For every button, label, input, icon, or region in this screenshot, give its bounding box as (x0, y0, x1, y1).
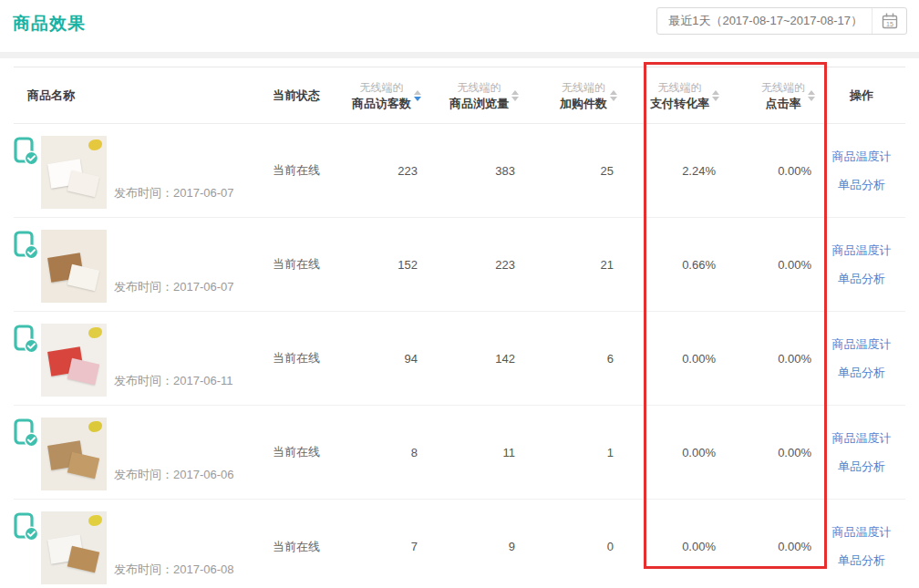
table-row: 发布时间：2017-06-07 当前在线 152 223 21 0.66% 0.… (14, 218, 905, 312)
actions-cell: 商品温度计 单品分析 (818, 124, 905, 217)
product-thermometer-link[interactable]: 商品温度计 (832, 149, 892, 165)
table-row: 发布时间：2017-06-06 当前在线 8 11 1 0.00% 0.00% … (14, 406, 905, 500)
cart-adds-cell: 0 (521, 500, 620, 588)
status-cell: 当前在线 (264, 124, 328, 217)
publish-time: 发布时间：2017-06-08 (114, 562, 234, 578)
column-header-cart-adds[interactable]: 无线端的 加购件数 (521, 80, 620, 111)
table-row: 发布时间：2017-06-07 当前在线 223 383 25 2.24% 0.… (14, 124, 905, 218)
product-image[interactable] (41, 511, 107, 584)
calendar-icon[interactable]: 15 (872, 8, 899, 34)
status-cell: 当前在线 (264, 312, 328, 405)
section-divider (0, 52, 919, 58)
product-thermometer-link[interactable]: 商品温度计 (832, 336, 892, 353)
product-cell: 发布时间：2017-06-07 (14, 124, 264, 217)
product-image[interactable] (41, 230, 107, 303)
product-cell: 发布时间：2017-06-11 (14, 312, 264, 405)
single-item-analysis-link[interactable]: 单品分析 (838, 459, 885, 475)
click-rate-cell: 0.00% (722, 500, 818, 588)
publish-time: 发布时间：2017-06-11 (114, 373, 233, 389)
flower-decoration (88, 421, 102, 432)
visitors-cell: 152 (328, 218, 424, 311)
single-item-analysis-link[interactable]: 单品分析 (838, 552, 885, 569)
pageviews-cell: 11 (424, 406, 521, 499)
product-effect-table: 商品名称 当前状态 无线端的 商品访客数 无线端的 商品浏览量 无线端的 加购件… (14, 67, 905, 588)
visitors-cell: 8 (328, 406, 424, 499)
status-cell: 当前在线 (264, 218, 328, 311)
pay-conversion-cell: 0.66% (620, 218, 722, 311)
product-image[interactable] (41, 418, 107, 490)
product-box-shape (67, 264, 99, 291)
actions-cell: 商品温度计 单品分析 (818, 406, 905, 499)
click-rate-cell: 0.00% (722, 406, 818, 499)
product-thermometer-link[interactable]: 商品温度计 (832, 430, 892, 447)
pageviews-cell: 142 (424, 312, 521, 405)
click-rate-cell: 0.00% (722, 124, 818, 217)
column-header-product-name: 商品名称 (14, 88, 264, 104)
visitors-cell: 223 (328, 124, 424, 217)
click-rate-cell: 0.00% (722, 218, 818, 311)
click-rate-cell: 0.00% (722, 312, 818, 405)
product-box-shape (67, 358, 99, 385)
product-thermometer-link[interactable]: 商品温度计 (832, 524, 892, 541)
visitors-cell: 94 (328, 312, 424, 405)
single-item-analysis-link[interactable]: 单品分析 (838, 177, 885, 193)
pageviews-cell: 383 (424, 124, 521, 217)
table-row: 发布时间：2017-06-08 当前在线 7 9 0 0.00% 0.00% 商… (14, 500, 905, 588)
cart-adds-cell: 1 (521, 406, 620, 499)
pay-conversion-cell: 0.00% (620, 500, 722, 588)
status-cell: 当前在线 (264, 500, 328, 588)
single-item-analysis-link[interactable]: 单品分析 (838, 365, 885, 381)
page-title: 商品效果 (13, 12, 86, 36)
sort-icon[interactable] (511, 90, 519, 101)
flower-decoration (88, 139, 102, 150)
mobile-online-icon (14, 137, 38, 217)
column-header-click-rate[interactable]: 无线端的 点击率 (722, 80, 818, 111)
pay-conversion-cell: 0.00% (620, 406, 722, 499)
product-box-shape (67, 546, 99, 573)
mobile-online-icon (14, 231, 38, 311)
sort-icon[interactable] (610, 90, 617, 101)
status-cell: 当前在线 (264, 406, 328, 499)
visitors-cell: 7 (328, 500, 424, 588)
column-header-actions: 操作 (818, 88, 905, 104)
publish-date: 2017-06-07 (173, 186, 234, 200)
mobile-online-icon (14, 325, 38, 405)
actions-cell: 商品温度计 单品分析 (818, 500, 905, 588)
date-range-label: 最近1天（2017-08-17~2017-08-17） (668, 13, 862, 29)
pay-conversion-cell: 2.24% (620, 124, 722, 217)
column-header-pay-conversion[interactable]: 无线端的 支付转化率 (620, 80, 722, 111)
column-header-status: 当前状态 (264, 88, 328, 104)
cart-adds-cell: 6 (521, 312, 620, 405)
publish-time: 发布时间：2017-06-07 (114, 185, 234, 201)
actions-cell: 商品温度计 单品分析 (818, 312, 905, 405)
flower-decoration (88, 515, 102, 526)
column-header-visitors[interactable]: 无线端的 商品访客数 (328, 80, 424, 111)
publish-date: 2017-06-08 (173, 562, 234, 576)
product-box-shape (67, 170, 99, 197)
publish-time: 发布时间：2017-06-06 (114, 467, 234, 483)
calendar-day-number: 15 (886, 21, 893, 27)
publish-date: 2017-06-06 (173, 468, 234, 481)
sort-icon[interactable] (808, 90, 815, 101)
product-cell: 发布时间：2017-06-07 (14, 218, 264, 311)
publish-date: 2017-06-11 (173, 374, 233, 387)
table-row: 发布时间：2017-06-11 当前在线 94 142 6 0.00% 0.00… (14, 312, 905, 406)
top-bar: 商品效果 最近1天（2017-08-17~2017-08-17） 15 (0, 0, 919, 52)
single-item-analysis-link[interactable]: 单品分析 (838, 271, 885, 287)
pay-conversion-cell: 0.00% (620, 312, 722, 405)
product-image[interactable] (41, 136, 107, 209)
sort-icon[interactable] (712, 90, 719, 101)
column-header-pageviews[interactable]: 无线端的 商品浏览量 (424, 80, 521, 111)
pageviews-cell: 223 (424, 218, 521, 311)
product-thermometer-link[interactable]: 商品温度计 (832, 242, 892, 259)
flower-decoration (88, 327, 102, 338)
publish-date: 2017-06-07 (173, 280, 234, 294)
product-image[interactable] (41, 324, 107, 397)
product-box-shape (67, 452, 99, 479)
pageviews-cell: 9 (424, 500, 521, 588)
sort-icon[interactable] (414, 90, 421, 101)
product-cell: 发布时间：2017-06-08 (14, 500, 264, 588)
table-header-row: 商品名称 当前状态 无线端的 商品访客数 无线端的 商品浏览量 无线端的 加购件… (14, 67, 905, 124)
product-cell: 发布时间：2017-06-06 (14, 406, 264, 499)
date-range-picker[interactable]: 最近1天（2017-08-17~2017-08-17） 15 (656, 7, 907, 35)
